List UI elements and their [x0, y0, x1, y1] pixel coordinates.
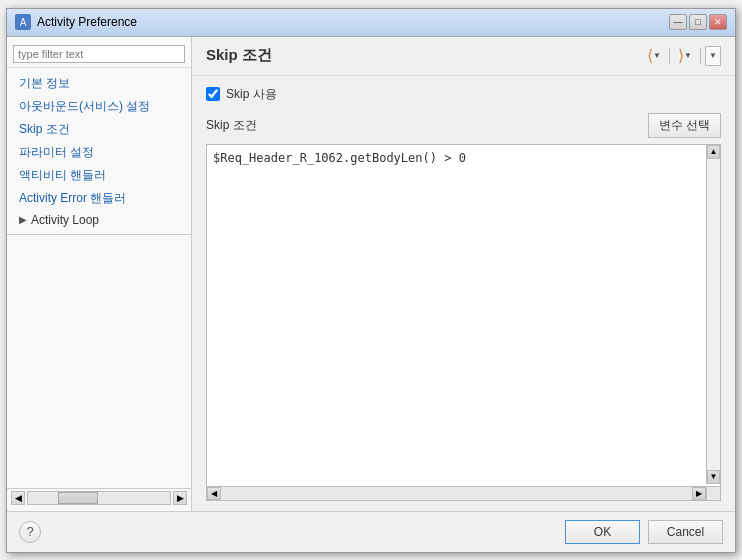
condition-header: Skip 조건 변수 선택	[206, 113, 721, 138]
dialog-body: 기본 정보 아웃바운드(서비스) 설정 Skip 조건 파라미터 설정 액티비티…	[7, 37, 735, 511]
ok-button[interactable]: OK	[565, 520, 640, 544]
dialog-footer: ? OK Cancel	[7, 511, 735, 552]
scroll-up-button[interactable]: ▲	[707, 145, 720, 159]
scrollbar-corner	[706, 486, 720, 500]
forward-button[interactable]: ⟩ ▼	[674, 45, 696, 67]
condition-editor: ▲ ▼ ◀ ▶	[206, 144, 721, 501]
view-dropdown[interactable]: ▼	[705, 46, 721, 66]
help-button[interactable]: ?	[19, 521, 41, 543]
sidebar-item-activity-handler[interactable]: 액티비티 핸들러	[7, 164, 191, 187]
minimize-button[interactable]: —	[669, 14, 687, 30]
main-panel-title: Skip 조건	[206, 46, 272, 65]
scroll-vtrack	[707, 159, 720, 470]
scroll-track[interactable]	[27, 491, 171, 505]
scroll-right-h-button[interactable]: ▶	[692, 487, 706, 500]
filter-input[interactable]	[13, 45, 185, 63]
scroll-left-button[interactable]: ◀	[11, 491, 25, 505]
main-content: Skip 사용 Skip 조건 변수 선택 ▲ ▼	[192, 76, 735, 511]
dialog-window: A Activity Preference — □ ✕ 기본 정보 아웃바운드(…	[6, 8, 736, 553]
toolbar-buttons: ⟨ ▼ ⟩ ▼ ▼	[643, 45, 721, 67]
toolbar-separator-2	[700, 48, 701, 64]
sidebar-item-param-setting[interactable]: 파라미터 설정	[7, 141, 191, 164]
back-button[interactable]: ⟨ ▼	[643, 45, 665, 67]
scroll-right-button[interactable]: ▶	[173, 491, 187, 505]
editor-vscrollbar[interactable]: ▲ ▼	[706, 145, 720, 484]
forward-dropdown-icon: ▼	[684, 51, 692, 60]
filter-input-wrap	[7, 41, 191, 68]
sidebar-spacer	[7, 234, 191, 488]
scroll-thumb	[58, 492, 98, 504]
expand-icon: ▶	[19, 214, 27, 225]
condition-label: Skip 조건	[206, 117, 257, 134]
scroll-down-button[interactable]: ▼	[707, 470, 720, 484]
title-bar-controls: — □ ✕	[669, 14, 727, 30]
sidebar-scrollbar: ◀ ▶	[7, 488, 191, 507]
dialog-title: Activity Preference	[37, 15, 137, 29]
cancel-button[interactable]: Cancel	[648, 520, 723, 544]
skip-checkbox-row: Skip 사용	[206, 86, 721, 103]
toolbar-separator	[669, 48, 670, 64]
dropdown-arrow-icon: ▼	[709, 51, 717, 60]
main-panel: Skip 조건 ⟨ ▼ ⟩ ▼ ▼	[192, 37, 735, 511]
sidebar-item-outbound-service[interactable]: 아웃바운드(서비스) 설정	[7, 95, 191, 118]
condition-section: Skip 조건 변수 선택 ▲ ▼ ◀ ▶	[206, 113, 721, 501]
condition-textarea[interactable]	[207, 145, 720, 500]
sidebar-item-activity-error[interactable]: Activity Error 핸들러	[7, 187, 191, 210]
footer-left: ?	[19, 521, 41, 543]
app-icon: A	[15, 14, 31, 30]
sidebar-item-activity-loop[interactable]: ▶ Activity Loop	[7, 210, 191, 230]
maximize-button[interactable]: □	[689, 14, 707, 30]
footer-right: OK Cancel	[565, 520, 723, 544]
sidebar-item-skip-condition[interactable]: Skip 조건	[7, 118, 191, 141]
scroll-left-h-button[interactable]: ◀	[207, 487, 221, 500]
main-header: Skip 조건 ⟨ ▼ ⟩ ▼ ▼	[192, 37, 735, 76]
title-bar-left: A Activity Preference	[15, 14, 137, 30]
var-select-button[interactable]: 변수 선택	[648, 113, 721, 138]
editor-hscrollbar[interactable]: ◀ ▶	[207, 486, 706, 500]
close-button[interactable]: ✕	[709, 14, 727, 30]
back-dropdown-icon: ▼	[653, 51, 661, 60]
title-bar: A Activity Preference — □ ✕	[7, 9, 735, 37]
sidebar-item-basic-info[interactable]: 기본 정보	[7, 72, 191, 95]
sidebar: 기본 정보 아웃바운드(서비스) 설정 Skip 조건 파라미터 설정 액티비티…	[7, 37, 192, 511]
skip-checkbox[interactable]	[206, 87, 220, 101]
skip-checkbox-label: Skip 사용	[226, 86, 277, 103]
